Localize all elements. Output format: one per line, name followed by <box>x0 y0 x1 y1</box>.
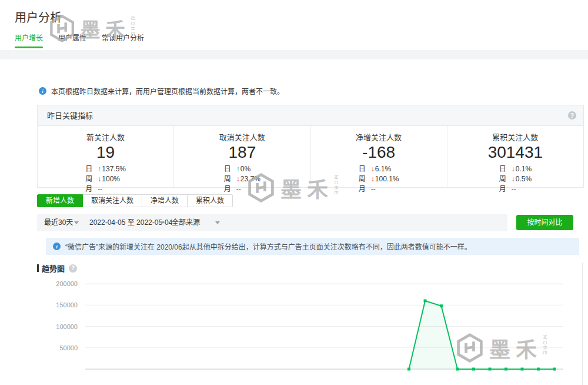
stat-period: 周 <box>499 175 506 183</box>
stat-period: 周 <box>224 175 231 183</box>
metric-stats: 日↓6.1%周↓100.1%月-- <box>359 164 399 194</box>
mohe-logo-icon <box>456 333 483 363</box>
stat-period: 日 <box>499 165 506 173</box>
metric-card: 取消关注人数187日↑0%周↓23.7%月-- <box>173 126 310 187</box>
trend-section-header: 趋势图 <box>37 263 77 274</box>
help-icon[interactable] <box>69 264 77 273</box>
top-tabs: 用户增长 用户属性 常读用户分析 <box>15 32 144 48</box>
key-metrics-title: 昨日关键指标 <box>47 105 93 126</box>
metric-label: 新关注人数 <box>38 131 173 142</box>
series-tab-net[interactable]: 净增人数 <box>142 194 188 207</box>
user-analysis-page: 用户分析 用户增长 用户属性 常读用户分析 本页根据昨日数据来计算，而用户管理页… <box>0 0 588 385</box>
key-metrics-panel: 昨日关键指标 新关注人数19日↑137.5%周↓100%月--取消关注人数187… <box>37 105 584 188</box>
metric-stat-row: 周↓100.1% <box>359 174 399 184</box>
trend-title: 趋势图 <box>42 263 65 274</box>
notice-text: “微信广告”来源的新增关注在 2020/06起从其他中拆分给出，计算方式与广告主… <box>65 241 472 251</box>
info-icon <box>53 243 61 250</box>
metric-stat-row: 月-- <box>499 184 532 194</box>
watermark-subtext: MOHE <box>542 335 548 361</box>
stat-value: 23.7% <box>240 175 260 183</box>
stat-period: 周 <box>359 175 366 183</box>
metric-stats: 日↑0%周↓23.7%月-- <box>224 164 260 194</box>
section-marker <box>37 264 39 272</box>
metric-label: 累积关注人数 <box>447 131 583 142</box>
trend-arrow-icon: ↑ <box>236 165 240 173</box>
stat-period: 月 <box>85 185 92 193</box>
tab-user-attributes[interactable]: 用户属性 <box>58 32 86 48</box>
svg-text:100000: 100000 <box>56 323 78 330</box>
metric-value: 301431 <box>447 143 583 162</box>
stat-value: 0.5% <box>516 175 532 183</box>
metric-card: 累积关注人数301431日↓0.1%周↓0.5%月-- <box>447 126 583 187</box>
info-icon <box>39 87 46 95</box>
series-tab-group: 新增人数 取消关注人数 净增人数 累积人数 <box>37 194 233 207</box>
metric-stat-row: 周↓0.5% <box>499 174 532 184</box>
series-tab-cumulative[interactable]: 累积人数 <box>187 194 233 207</box>
stat-value: -- <box>98 185 102 193</box>
svg-text:200000: 200000 <box>56 280 78 287</box>
info-banner: 本页根据昨日数据来计算，而用户管理页根据当前数据计算，两者不一致。 <box>39 86 284 96</box>
metric-value: 19 <box>38 143 173 162</box>
key-metrics-header: 昨日关键指标 <box>38 105 583 126</box>
header-divider <box>0 50 588 59</box>
trend-arrow-icon: ↓ <box>236 175 240 183</box>
stat-value: 100.1% <box>375 175 399 183</box>
stat-value: 0% <box>240 165 250 173</box>
trend-arrow-icon: ↓ <box>512 175 515 183</box>
trend-arrow-icon: ↑ <box>98 165 101 173</box>
series-tab-new[interactable]: 新增人数 <box>37 194 83 207</box>
trend-arrow-icon: ↓ <box>371 165 375 173</box>
metric-stats: 日↑137.5%周↓100%月-- <box>85 164 126 194</box>
chevron-down-icon[interactable] <box>215 221 220 224</box>
metric-card: 净增关注人数-168日↓6.1%周↓100.1%月-- <box>310 126 447 187</box>
stat-value: -- <box>371 185 376 193</box>
metric-stat-row: 日↑0% <box>224 164 260 174</box>
metric-card: 新关注人数19日↑137.5%周↓100%月-- <box>38 126 173 187</box>
metric-value: -168 <box>311 143 447 162</box>
key-metrics-body: 新关注人数19日↑137.5%周↓100%月--取消关注人数187日↑0%周↓2… <box>38 126 583 187</box>
page-title: 用户分析 <box>15 8 62 25</box>
filter-bar: 最近30天 2022-04-05 至 2022-05-04 全部来源 <box>37 214 507 231</box>
wechat-ads-notice: “微信广告”来源的新增关注在 2020/06起从其他中拆分给出，计算方式与广告主… <box>46 238 579 255</box>
compare-by-time-button[interactable]: 按时间对比 <box>516 215 573 230</box>
source-dropdown[interactable]: 全部来源 <box>172 214 200 231</box>
stat-period: 日 <box>85 165 92 173</box>
stat-period: 月 <box>499 185 506 193</box>
tab-frequent-readers[interactable]: 常读用户分析 <box>102 32 144 48</box>
metric-stat-row: 月-- <box>359 184 399 194</box>
svg-text:50000: 50000 <box>59 344 78 351</box>
trend-arrow-icon: ↓ <box>371 175 375 183</box>
watermark-text: 墨禾 <box>489 333 542 363</box>
metric-stat-row: 月-- <box>224 184 260 194</box>
stat-value: -- <box>236 185 241 193</box>
stat-value: 137.5% <box>102 165 126 173</box>
stat-period: 月 <box>359 185 366 193</box>
stat-period: 周 <box>85 175 92 183</box>
stat-value: 100% <box>102 175 120 183</box>
metric-stat-row: 日↑137.5% <box>85 164 126 174</box>
stat-value: -- <box>512 185 516 193</box>
stat-period: 月 <box>224 185 231 193</box>
chevron-down-icon[interactable] <box>159 221 164 224</box>
metric-stat-row: 日↓6.1% <box>359 164 399 174</box>
metric-stat-row: 日↓0.1% <box>499 164 532 174</box>
tab-user-growth[interactable]: 用户增长 <box>15 32 43 48</box>
series-tab-unfollow[interactable]: 取消关注人数 <box>82 194 142 207</box>
info-banner-text: 本页根据昨日数据来计算，而用户管理页根据当前数据计算，两者不一致。 <box>51 86 284 96</box>
svg-text:150000: 150000 <box>56 301 78 308</box>
range-dropdown[interactable]: 最近30天 <box>44 214 73 231</box>
metric-stat-row: 月-- <box>85 184 126 194</box>
metric-stats: 日↓0.1%周↓0.5%月-- <box>499 164 532 194</box>
metric-stat-row: 周↓23.7% <box>224 174 260 184</box>
trend-arrow-icon: ↓ <box>512 165 515 173</box>
stat-period: 日 <box>224 165 231 173</box>
stat-value: 6.1% <box>375 165 391 173</box>
trend-arrow-icon: ↓ <box>98 175 101 183</box>
help-icon[interactable] <box>568 111 576 120</box>
metric-label: 净增关注人数 <box>311 131 447 142</box>
chevron-down-icon[interactable] <box>74 221 79 224</box>
metric-value: 187 <box>174 143 310 162</box>
stat-period: 日 <box>359 165 366 173</box>
mohe-watermark: 墨禾 MOHE <box>456 333 548 363</box>
metric-stat-row: 周↓100% <box>85 174 126 184</box>
